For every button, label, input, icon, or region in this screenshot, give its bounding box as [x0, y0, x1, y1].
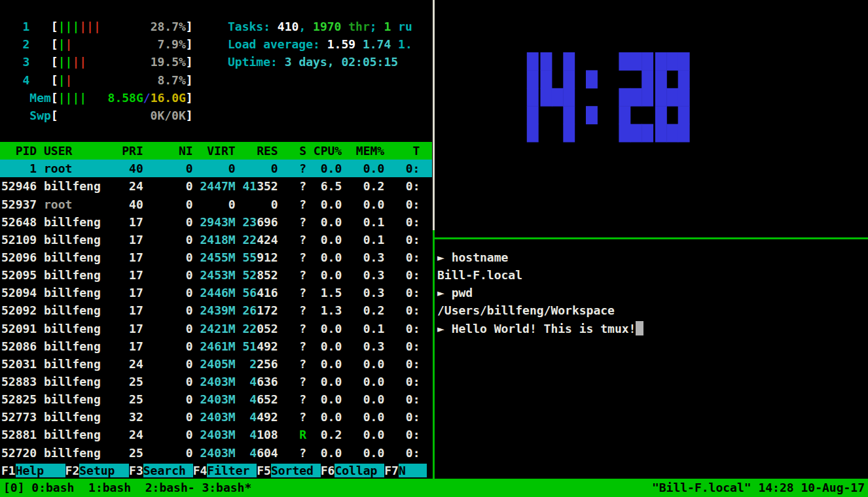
tmux-window-list: [0] 0:bash 1:bash 2:bash- 3:bash*	[3, 479, 251, 496]
pane-divider-vertical-active[interactable]	[433, 230, 435, 479]
swp-meter: Swp[ 0K/0K]	[1, 107, 193, 124]
shell-output-line: Bill-F.local	[437, 266, 522, 284]
process-row[interactable]: 52109 billfeng 17 0 2418M 22424 ? 0.0 0.…	[1, 231, 427, 248]
terminal-screen: 1 [|||||| 28.7%] 2 [|| 7.9%] 3 [|||| 19.…	[0, 0, 868, 497]
process-row[interactable]: 52091 billfeng 17 0 2421M 22052 ? 0.0 0.…	[1, 320, 427, 337]
fn-label-setup[interactable]: Setup	[79, 464, 129, 477]
shell-output-line: /Users/billfeng/Workspace	[437, 301, 615, 319]
process-table-header: PID USER PRI NI VIRT RES S CPU% MEM% T	[0, 142, 432, 160]
fn-label-collap[interactable]: Collap	[335, 464, 384, 477]
fn-label-filter[interactable]: Filter	[207, 464, 257, 477]
process-row[interactable]: 52825 billfeng 25 0 2403M 4652 ? 0.0 0.0…	[1, 390, 427, 408]
process-row[interactable]: 52883 billfeng 25 0 2403M 4636 ? 0.0 0.0…	[1, 373, 427, 390]
fn-label-search[interactable]: Search	[143, 464, 193, 477]
process-row[interactable]: 52881 billfeng 24 0 2403M 4108 R 0.2 0.0…	[1, 426, 427, 443]
process-row[interactable]: 52720 billfeng 25 0 2403M 4604 ? 0.0 0.0…	[1, 444, 427, 462]
tmux-session-info: "Bill-F.local" 14:28 10-Aug-17	[652, 479, 865, 496]
tasks-line: Tasks: 410, 1970 thr; 1 ru	[228, 18, 412, 35]
fn-key-f6[interactable]: F6	[321, 464, 335, 477]
shell-prompt-line: ► pwd	[437, 284, 473, 301]
process-row[interactable]: 52094 billfeng 17 0 2446M 56416 ? 1.5 0.…	[1, 284, 427, 301]
process-row[interactable]: 52092 billfeng 17 0 2439M 26172 ? 1.3 0.…	[1, 301, 427, 319]
process-row[interactable]: 52773 billfeng 32 0 2403M 4492 ? 0.0 0.0…	[1, 408, 427, 426]
pane-divider-vertical[interactable]	[433, 0, 435, 230]
cpu-meter-1: 1 [|||||| 28.7%]	[1, 18, 193, 35]
cpu-meter-4: 4 [|| 8.7%]	[1, 71, 193, 89]
fn-key-f4[interactable]: F4	[193, 464, 208, 477]
cpu-meter-2: 2 [|| 7.9%]	[1, 35, 193, 53]
fn-label-sorted[interactable]: Sorted	[271, 464, 321, 477]
fn-key-f1[interactable]: F1	[1, 464, 16, 477]
process-row[interactable]: 52086 billfeng 17 0 2461M 51492 ? 0.0 0.…	[1, 337, 427, 355]
fn-key-f2[interactable]: F2	[65, 464, 80, 477]
process-row[interactable]: 52095 billfeng 17 0 2453M 52852 ? 0.0 0.…	[1, 266, 427, 284]
fn-label-help[interactable]: Help	[16, 464, 65, 477]
terminal-cursor	[636, 321, 643, 335]
mem-meter: Mem[|||| 8.58G/16.0G]	[1, 89, 193, 107]
fn-label-n[interactable]: N	[399, 464, 427, 477]
process-row[interactable]: 52096 billfeng 17 0 2455M 55912 ? 0.0 0.…	[1, 248, 427, 266]
uptime-line: Uptime: 3 days, 02:05:15	[228, 53, 398, 71]
process-row-selected[interactable]: 1 root 40 0 0 0 ? 0.0 0.0 0:	[0, 160, 432, 177]
function-key-bar: F1Help F2Setup F3Search F4Filter F5Sorte…	[1, 462, 427, 479]
fn-key-f5[interactable]: F5	[257, 464, 271, 477]
pane-divider-horizontal-active[interactable]	[433, 237, 868, 239]
process-row[interactable]: 52031 billfeng 24 0 2405M 2256 ? 0.0 0.0…	[1, 355, 427, 373]
fn-key-f3[interactable]: F3	[129, 464, 143, 477]
fn-key-f7[interactable]: F7	[384, 464, 399, 477]
process-row[interactable]: 52937 root 40 0 0 0 ? 0.0 0.0 0:	[1, 196, 427, 213]
load-average-line: Load average: 1.59 1.74 1.	[228, 35, 412, 53]
digital-clock	[504, 52, 691, 144]
process-row[interactable]: 52946 billfeng 24 0 2447M 41352 ? 6.5 0.…	[1, 177, 427, 195]
tmux-status-bar: [0] 0:bash 1:bash 2:bash- 3:bash* "Bill-…	[0, 479, 868, 497]
process-row[interactable]: 52648 billfeng 17 0 2943M 23696 ? 0.0 0.…	[1, 213, 427, 231]
shell-prompt-line: ► hostname	[437, 248, 508, 266]
shell-prompt-line: ► Hello World! This is tmux!	[437, 320, 643, 337]
cpu-meter-3: 3 [|||| 19.5%]	[1, 53, 193, 71]
